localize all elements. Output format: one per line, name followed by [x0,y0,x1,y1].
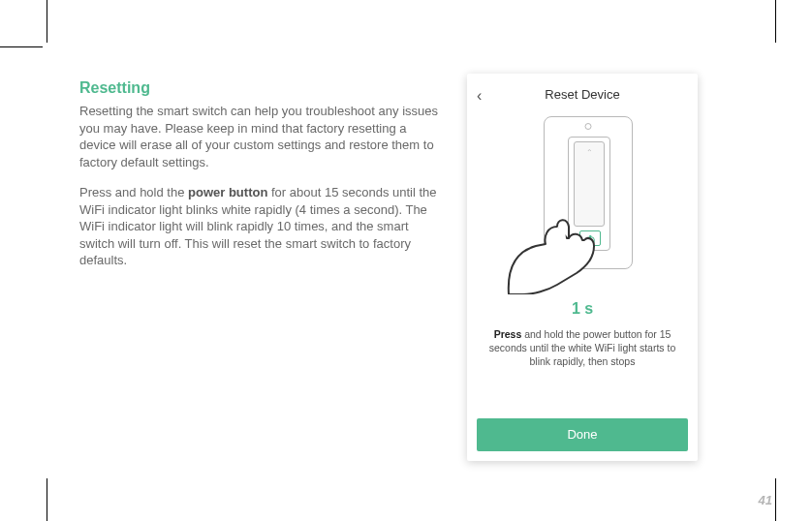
section-heading: Resetting [79,79,438,97]
manual-page: Resetting Resetting the smart switch can… [79,79,758,486]
timer-readout: 1 s [467,300,698,318]
crop-mark [47,0,47,43]
hand-icon [499,198,615,294]
device-illustration: ⌃ [505,116,660,291]
bold-term: power button [188,185,267,199]
crop-mark [47,478,47,521]
crop-mark [775,0,776,43]
done-button[interactable]: Done [477,418,688,451]
crop-mark [0,46,43,47]
page-number: 41 [759,493,772,507]
app-screenshot: ‹ Reset Device ⌃ [467,74,698,461]
screen-title: Reset Device [545,87,619,102]
app-titlebar: ‹ Reset Device [467,74,698,116]
paragraph-intro: Resetting the smart switch can help you … [79,103,438,170]
instruction-text: Press and hold the power button for 15 s… [485,327,679,369]
instruction-lead: Press [494,328,522,340]
paragraph-steps: Press and hold the power button for abou… [79,184,438,269]
text-run: Press and hold the [79,185,188,199]
crop-mark [775,478,776,521]
text-column: Resetting Resetting the smart switch can… [79,79,438,283]
wifi-icon: ⌃ [586,148,593,157]
plate-screw [585,123,592,130]
back-icon[interactable]: ‹ [477,87,482,105]
